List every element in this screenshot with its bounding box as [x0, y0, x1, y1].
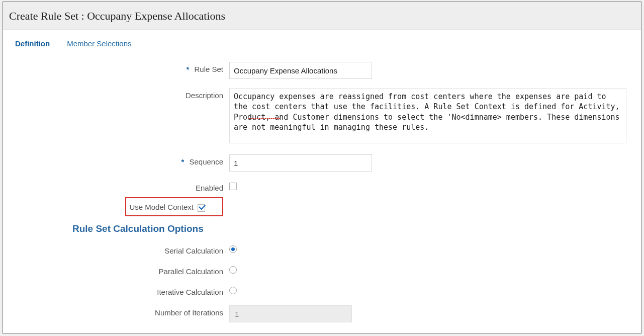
iterative-calc-radio[interactable]: [229, 287, 237, 294]
calc-options-heading: Rule Set Calculation Options: [72, 223, 641, 234]
description-textarea[interactable]: [229, 88, 626, 143]
tab-definition[interactable]: Definition: [15, 39, 50, 48]
required-mark-icon: *: [186, 65, 189, 73]
label-iterative-calc: Iterative Calculation: [3, 285, 229, 296]
label-sequence: * Sequence: [3, 154, 229, 166]
label-serial-calc: Serial Calculation: [3, 243, 229, 255]
iterations-input: [229, 305, 352, 322]
use-model-context-checkbox[interactable]: [198, 204, 205, 212]
required-mark-icon: *: [181, 157, 184, 166]
label-sequence-text: Sequence: [189, 157, 223, 166]
row-description: Description: [3, 88, 641, 145]
label-rule-set: * Rule Set: [3, 62, 229, 73]
tab-member-selections[interactable]: Member Selections: [67, 39, 131, 48]
row-sequence: * Sequence: [3, 154, 641, 172]
enabled-checkbox[interactable]: [229, 183, 237, 190]
label-iterations: Number of Iterations: [3, 305, 229, 317]
label-rule-set-text: Rule Set: [194, 65, 223, 73]
label-use-model-context: Use Model Context: [126, 203, 198, 211]
row-serial-calc: Serial Calculation: [3, 243, 641, 255]
label-enabled: Enabled: [3, 181, 229, 192]
row-iterative-calc: Iterative Calculation: [3, 285, 641, 296]
row-rule-set: * Rule Set: [3, 62, 641, 79]
row-parallel-calc: Parallel Calculation: [3, 264, 641, 276]
form-area: * Rule Set Description * Sequence: [3, 52, 641, 322]
label-description: Description: [3, 88, 229, 100]
label-parallel-calc: Parallel Calculation: [3, 264, 229, 276]
serial-calc-radio[interactable]: [229, 245, 237, 253]
row-iterations: Number of Iterations: [3, 305, 641, 322]
tab-bar: Definition Member Selections: [3, 30, 641, 52]
header-band: Create Rule Set : Occupany Expense Alloc…: [3, 2, 641, 30]
sequence-input[interactable]: [229, 154, 372, 172]
page-title: Create Rule Set : Occupany Expense Alloc…: [9, 10, 225, 23]
use-model-context-highlight: Use Model Context: [125, 197, 223, 216]
rule-set-input[interactable]: [229, 62, 372, 79]
parallel-calc-radio[interactable]: [229, 266, 237, 274]
dialog-frame: Create Rule Set : Occupany Expense Alloc…: [3, 2, 641, 333]
row-enabled: Enabled: [3, 181, 641, 192]
row-use-model-context: Use Model Context: [3, 197, 641, 216]
